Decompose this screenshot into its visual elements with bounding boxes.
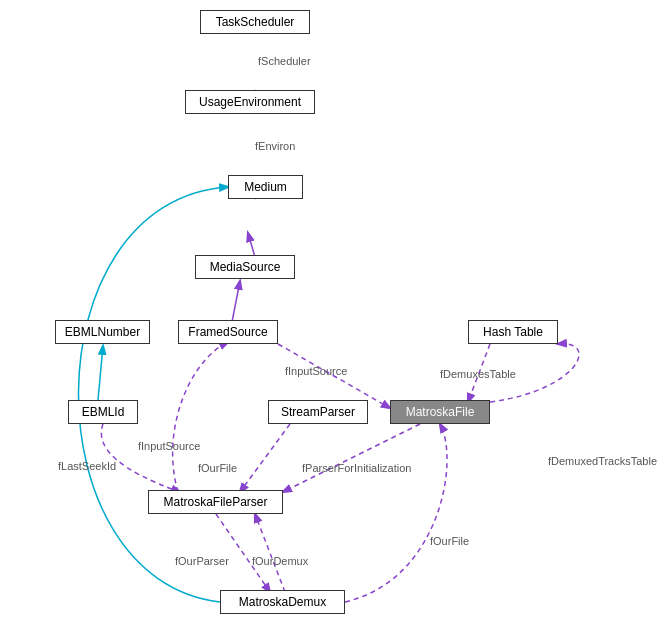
node-mediasource: MediaSource [195,255,295,279]
diagram-container: TaskScheduler UsageEnvironment Medium Me… [0,0,672,643]
label-finputsource-2: fInputSource [138,440,200,452]
label-fourdemux: fOurDemux [252,555,308,567]
label-fparserforinitialization: fParserForInitialization [302,462,411,474]
node-matroskafile: MatroskaFile [390,400,490,424]
label-finputsource-1: fInputSource [285,365,347,377]
node-ebmlid: EBMLId [68,400,138,424]
label-fourfile-2: fOurFile [430,535,469,547]
label-fenviron: fEnviron [255,140,295,152]
label-fdemuxedtrackstable: fDemuxedTracksTable [548,455,657,467]
svg-line-5 [98,346,103,400]
node-matroskafileparser: MatroskaFileParser [148,490,283,514]
svg-line-3 [232,281,240,322]
node-taskscheduler: TaskScheduler [200,10,310,34]
node-medium: Medium [228,175,303,199]
label-fscheduler: fScheduler [258,55,311,67]
node-framedsource: FramedSource [178,320,278,344]
label-fdemuxestable: fDemuxesTable [440,368,516,380]
label-fourfile-1: fOurFile [198,462,237,474]
svg-line-9 [216,514,270,592]
node-usageenvironment: UsageEnvironment [185,90,315,114]
label-flastseekid: fLastSeekId [58,460,116,472]
svg-line-10 [255,514,285,592]
svg-line-6 [240,424,290,492]
node-streamparser: StreamParser [268,400,368,424]
node-ebmlnumber: EBMLNumber [55,320,150,344]
svg-line-2 [248,233,255,257]
node-hashtable: Hash Table [468,320,558,344]
label-fourparser: fOurParser [175,555,229,567]
svg-line-7 [283,424,420,492]
node-matroskaademux: MatroskaDemux [220,590,345,614]
